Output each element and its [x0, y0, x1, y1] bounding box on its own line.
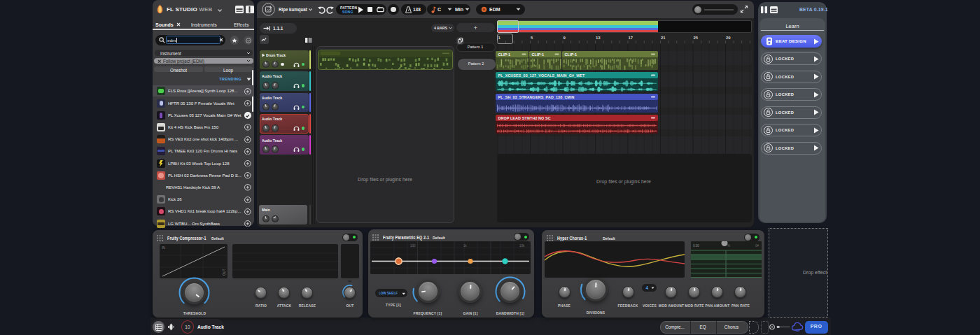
- svg-text:10k: 10k: [519, 244, 525, 248]
- svg-text:CLIP-1: CLIP-1: [531, 52, 544, 56]
- svg-text:100: 100: [410, 244, 416, 248]
- svg-text:OUT: OUT: [223, 269, 226, 276]
- svg-text:PL_XCUSES_03_127_VOCALS_MAIN_G: PL_XCUSES_03_127_VOCALS_MAIN_G#_WET: [498, 73, 585, 78]
- svg-text:CLIP-1: CLIP-1: [498, 52, 510, 56]
- svg-text:CLIP-1: CLIP-1: [564, 52, 577, 56]
- svg-text:0#: 0#: [755, 244, 760, 248]
- svg-text:PL_SH_03_STRANGERS_PAD_138_CMI: PL_SH_03_STRANGERS_PAD_138_CMIN: [498, 94, 574, 99]
- svg-text:DROP LEAD SYNTH2 NO SC: DROP LEAD SYNTH2 NO SC: [498, 116, 550, 120]
- svg-text:1k: 1k: [463, 244, 468, 248]
- svg-text:IN: IN: [162, 246, 165, 250]
- svg-text:0.00: 0.00: [693, 244, 699, 248]
- svg-text:%: %: [727, 244, 730, 248]
